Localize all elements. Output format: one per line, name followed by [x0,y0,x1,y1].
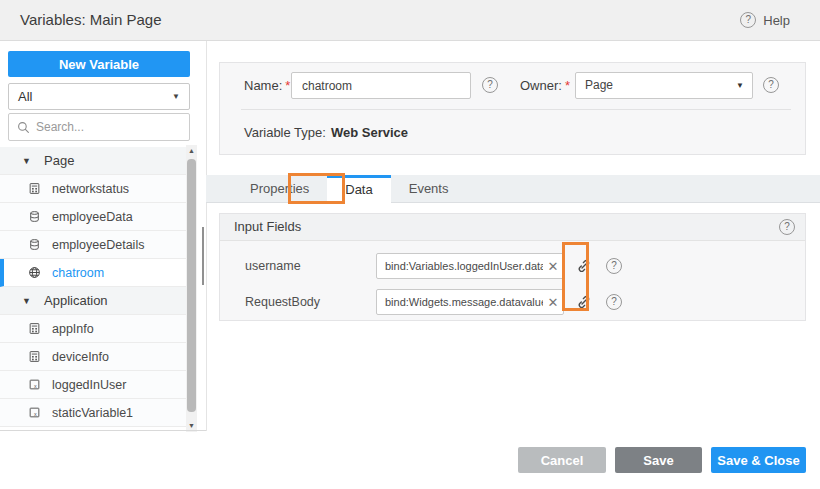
tree-item-label: loggedInUser [52,378,126,392]
svg-text:x: x [34,411,37,417]
requestbody-help-icon[interactable] [606,294,622,310]
clear-icon[interactable]: ✕ [543,295,563,310]
new-variable-button[interactable]: New Variable [8,51,190,77]
input-fields-header: Input Fields [220,214,805,241]
search-input[interactable] [36,120,181,134]
device-variable-icon [28,322,42,336]
tree-item-label: networkstatus [52,182,129,196]
username-bind-link-button[interactable] [572,253,596,279]
save-button[interactable]: Save [615,447,702,473]
tree-item-chatroom-selected[interactable]: chatroom [0,259,186,287]
search-icon [17,121,30,134]
variables-dialog: Variables: Main Page Help New Variable A… [0,0,820,489]
tree-item-employeeDetails[interactable]: employeeDetails [0,231,186,259]
field-label: RequestBody [245,289,320,315]
name-help-icon[interactable] [482,77,498,93]
scroll-up-icon[interactable]: ▲ [186,145,197,157]
tree-section-label: Page [44,153,74,168]
tree-section-page[interactable]: ▼ Page [0,147,186,175]
triangle-down-icon: ▼ [22,296,36,306]
tree-item-label: appInfo [52,322,94,336]
panel-divider [206,41,207,431]
username-bind-field: ✕ [376,253,564,279]
triangle-down-icon: ▼ [22,156,36,166]
tree-section-label: Application [44,293,108,308]
tree-item-label: staticVariable1 [52,406,133,420]
owner-help-icon[interactable] [763,77,779,93]
link-icon [576,294,592,310]
form-divider [241,109,791,110]
web-service-globe-icon [28,266,42,280]
tree-item-employeeData[interactable]: employeeData [0,203,186,231]
scrollbar-thumb[interactable] [187,159,196,412]
username-bind-input[interactable] [377,260,543,272]
tree-item-deviceInfo[interactable]: deviceInfo [0,343,186,371]
cancel-button[interactable]: Cancel [518,447,606,473]
required-asterisk: * [565,78,570,93]
filter-selected-value: All [18,89,32,104]
tree-item-loggedInUser[interactable]: x loggedInUser [0,371,186,399]
username-help-icon[interactable] [606,258,622,274]
variable-type-label: Variable Type: [244,121,326,145]
link-icon [576,258,592,274]
tab-events[interactable]: Events [391,175,467,203]
clear-icon[interactable]: ✕ [543,259,563,274]
help-label: Help [763,13,790,28]
tab-data[interactable]: Data [327,175,390,203]
requestbody-bind-link-button[interactable] [572,289,596,315]
requestbody-bind-field: ✕ [376,289,564,315]
chevron-down-icon: ▼ [736,73,744,98]
variable-type-value: Web Service [331,121,408,145]
input-fields-help-icon[interactable] [779,219,795,235]
tree-item-label: deviceInfo [52,350,109,364]
static-variable-icon: x [28,378,42,392]
variable-filter-select[interactable]: All ▼ [8,83,190,110]
sidebar-bottom-border [0,430,206,431]
svg-text:x: x [34,383,37,389]
variable-form-panel: Name:* Owner:* Page ▼ Variable Type: Web… [219,62,806,155]
variables-tree: ▼ Page networkstatus employeeData emplo [0,147,186,427]
name-input[interactable] [291,72,471,99]
title-bar: Variables: Main Page Help [0,0,820,41]
variable-search[interactable] [8,113,190,141]
content-scrollbar-thumb[interactable] [202,227,204,285]
page-title: Variables: Main Page [20,0,161,40]
name-label: Name:* [244,72,290,99]
owner-select[interactable]: Page ▼ [575,72,753,99]
device-variable-icon [28,182,42,196]
help-icon [740,12,756,28]
service-variable-icon [28,210,42,224]
required-asterisk: * [285,78,290,93]
tree-item-networkstatus[interactable]: networkstatus [0,175,186,203]
requestbody-bind-input[interactable] [377,296,543,308]
save-and-close-button[interactable]: Save & Close [711,447,806,473]
tree-item-label: chatroom [52,266,104,280]
tree-section-application[interactable]: ▼ Application [0,287,186,315]
owner-label: Owner:* [520,72,570,99]
field-label: username [245,253,301,279]
tab-properties[interactable]: Properties [232,175,327,203]
input-field-row-requestbody: RequestBody ✕ [220,289,805,315]
chevron-down-icon: ▼ [172,84,180,109]
sidebar-scrollbar[interactable]: ▲ ▼ [186,145,197,432]
static-variable-icon: x [28,406,42,420]
tab-bar: Properties Data Events [206,175,820,203]
input-fields-title: Input Fields [234,214,301,240]
owner-selected-value: Page [585,78,613,92]
tree-item-appInfo[interactable]: appInfo [0,315,186,343]
variables-sidebar: New Variable All ▼ ▼ Page networkstatus [0,41,197,431]
input-field-row-username: username ✕ [220,253,805,279]
tree-item-label: employeeDetails [52,238,144,252]
device-variable-icon [28,350,42,364]
tree-item-staticVariable1[interactable]: x staticVariable1 [0,399,186,427]
help-button[interactable]: Help [740,0,790,40]
service-variable-icon [28,238,42,252]
input-fields-panel: Input Fields username ✕ RequestBody ✕ [219,213,806,321]
tree-item-label: employeeData [52,210,133,224]
